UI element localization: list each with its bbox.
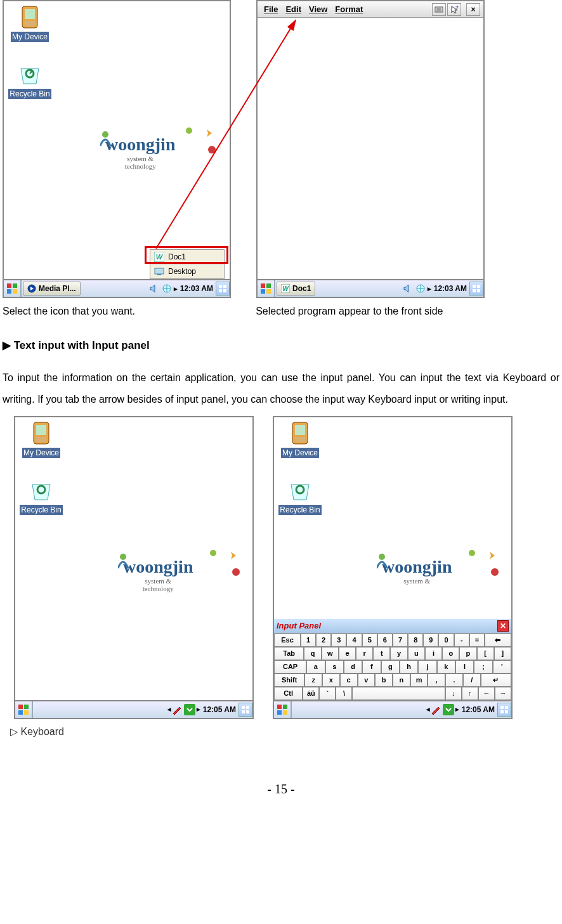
- key-p[interactable]: p: [459, 647, 476, 660]
- key-2[interactable]: 2: [316, 634, 331, 647]
- key-][interactable]: ]: [494, 647, 511, 660]
- key-'[interactable]: ': [493, 660, 511, 673]
- start-button[interactable]: [15, 701, 32, 718]
- desktop-icon-recycle-bin[interactable]: Recycle Bin: [19, 478, 63, 515]
- key-b[interactable]: b: [375, 673, 393, 687]
- key-→[interactable]: →: [495, 687, 511, 700]
- key-⬅[interactable]: ⬅: [485, 634, 511, 647]
- key-n[interactable]: n: [393, 673, 410, 687]
- taskbar-clock[interactable]: 12:05 AM: [459, 705, 497, 714]
- popup-item-desktop[interactable]: Desktop: [150, 264, 224, 278]
- key-5[interactable]: 5: [362, 634, 377, 647]
- key-o[interactable]: o: [442, 647, 459, 660]
- key-w[interactable]: w: [322, 647, 339, 660]
- key-6[interactable]: 6: [377, 634, 393, 647]
- show-desktop-button[interactable]: [239, 703, 252, 717]
- key-z[interactable]: z: [304, 673, 322, 687]
- desktop-icon-my-device[interactable]: My Device: [278, 421, 322, 458]
- key-l[interactable]: l: [455, 660, 474, 673]
- key-[[interactable]: [: [477, 647, 494, 660]
- sip-toggle-tray-icon[interactable]: [184, 704, 195, 715]
- menu-format[interactable]: Format: [331, 4, 367, 14]
- key-esc[interactable]: Esc: [274, 634, 301, 647]
- menu-view[interactable]: View: [305, 4, 331, 14]
- key-3[interactable]: 3: [331, 634, 346, 647]
- taskbar-clock[interactable]: 12:05 AM: [200, 705, 239, 714]
- key-s[interactable]: s: [325, 660, 344, 673]
- sip-toggle-button[interactable]: [432, 3, 446, 16]
- key-áü[interactable]: áü: [303, 687, 319, 700]
- start-button[interactable]: [258, 280, 274, 297]
- start-button[interactable]: [274, 701, 291, 718]
- key-7[interactable]: 7: [393, 634, 408, 647]
- volume-tray-icon[interactable]: [402, 283, 414, 294]
- key-x[interactable]: x: [322, 673, 340, 687]
- key-q[interactable]: q: [304, 647, 321, 660]
- key-i[interactable]: i: [425, 647, 442, 660]
- network-tray-icon[interactable]: [415, 283, 426, 294]
- key-;[interactable]: ;: [474, 660, 492, 673]
- show-desktop-button[interactable]: [216, 282, 230, 296]
- key-v[interactable]: v: [358, 673, 376, 687]
- key-`[interactable]: `: [319, 687, 336, 700]
- taskbar-clock[interactable]: 12:03 AM: [431, 284, 469, 293]
- desktop-icon-my-device[interactable]: My Device: [19, 421, 63, 458]
- svg-rect-18: [219, 289, 222, 292]
- desktop-icon-my-device[interactable]: My Device: [8, 5, 52, 42]
- key-m[interactable]: m: [410, 673, 428, 687]
- key-0[interactable]: 0: [438, 634, 454, 647]
- volume-tray-icon[interactable]: [148, 283, 160, 294]
- key-u[interactable]: u: [408, 647, 425, 660]
- key-/[interactable]: /: [463, 673, 481, 687]
- key-e[interactable]: e: [339, 647, 356, 660]
- key-c[interactable]: c: [340, 673, 358, 687]
- key-j[interactable]: j: [418, 660, 436, 673]
- taskbar-task-button[interactable]: Media Pl...: [23, 282, 81, 296]
- key-9[interactable]: 9: [423, 634, 438, 647]
- show-desktop-button[interactable]: [497, 703, 511, 717]
- key-,[interactable]: ,: [428, 673, 445, 687]
- desktop-icon-recycle-bin[interactable]: Recycle Bin: [278, 478, 322, 515]
- key-f[interactable]: f: [362, 660, 381, 673]
- key-h[interactable]: h: [400, 660, 418, 673]
- key-d[interactable]: d: [344, 660, 362, 673]
- key-.[interactable]: .: [445, 673, 463, 687]
- key-tab[interactable]: Tab: [274, 647, 304, 660]
- key-k[interactable]: k: [437, 660, 455, 673]
- help-button[interactable]: ?: [447, 3, 461, 16]
- pen-tray-icon[interactable]: [430, 704, 441, 715]
- key-shift[interactable]: Shift: [274, 673, 304, 687]
- key-\[interactable]: \: [336, 687, 352, 700]
- menu-edit[interactable]: Edit: [282, 4, 305, 14]
- taskbar-clock[interactable]: 12:03 AM: [178, 284, 216, 293]
- key-r[interactable]: r: [356, 647, 373, 660]
- desktop-icon-recycle-bin[interactable]: Recycle Bin: [8, 62, 52, 99]
- key-y[interactable]: y: [390, 647, 407, 660]
- key-a[interactable]: a: [306, 660, 325, 673]
- key-←[interactable]: ←: [478, 687, 495, 700]
- app-body[interactable]: [258, 18, 483, 279]
- key--[interactable]: -: [454, 634, 469, 647]
- key-ctl[interactable]: Ctl: [274, 687, 303, 700]
- key-↵[interactable]: ↵: [481, 673, 511, 687]
- key-1[interactable]: 1: [301, 634, 316, 647]
- show-desktop-button[interactable]: [469, 282, 483, 296]
- key-↑[interactable]: ↑: [462, 687, 478, 700]
- key-↓[interactable]: ↓: [445, 687, 462, 700]
- key-g[interactable]: g: [381, 660, 400, 673]
- pen-tray-icon[interactable]: [171, 704, 183, 715]
- sip-toggle-tray-icon[interactable]: [443, 704, 454, 715]
- key-8[interactable]: 8: [408, 634, 423, 647]
- close-window-button[interactable]: ×: [466, 3, 480, 16]
- key-=[interactable]: =: [469, 634, 485, 647]
- input-panel-titlebar[interactable]: Input Panel ✕: [274, 619, 511, 633]
- taskbar-task-button[interactable]: W Doc1: [277, 282, 315, 296]
- input-panel-close-button[interactable]: ✕: [497, 620, 509, 632]
- key-space[interactable]: [352, 687, 445, 700]
- key-t[interactable]: t: [373, 647, 390, 660]
- network-tray-icon[interactable]: [161, 283, 173, 294]
- menu-file[interactable]: File: [260, 4, 282, 14]
- key-4[interactable]: 4: [346, 634, 362, 647]
- start-button[interactable]: [4, 280, 20, 297]
- key-cap[interactable]: CAP: [274, 660, 306, 673]
